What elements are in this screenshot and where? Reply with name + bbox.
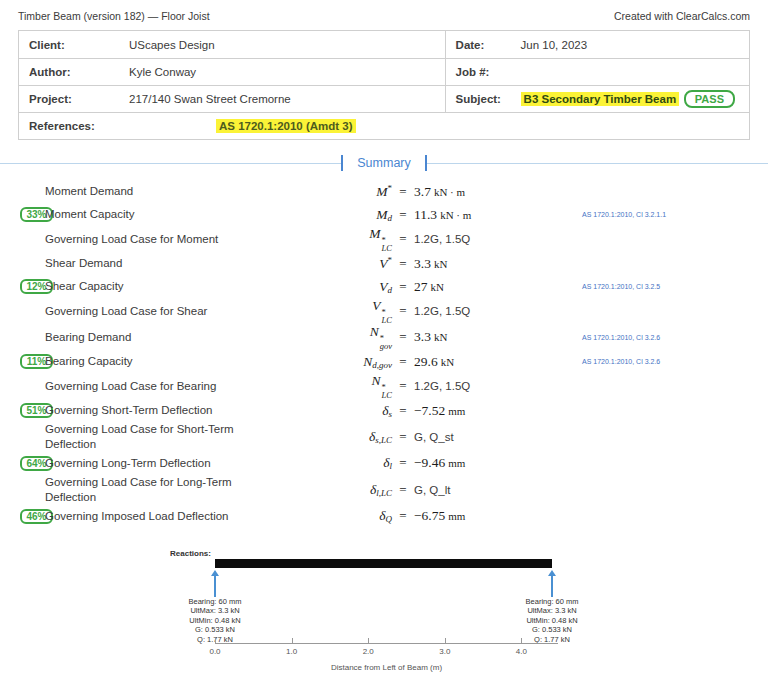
arrow-shaft (214, 574, 216, 597)
table-row: Client: UScapes Design Date: Jun 10, 202… (19, 31, 749, 58)
summary-row: Governing Load Case for Long-Term Deflec… (0, 475, 768, 505)
reaction-line: G: 0.533 kN (150, 625, 280, 634)
summary-row-label: Governing Short-Term Deflection (45, 403, 292, 418)
equals-sign: = (392, 207, 414, 223)
formula-symbol: Vd (292, 279, 392, 295)
summary-formula: M*LC=1.2G, 1.5Q (292, 226, 520, 252)
x-axis-line (215, 643, 558, 644)
code-reference: AS 1720.1:2010, Cl 3.2.1.1 (520, 211, 768, 218)
formula-value: 11.3 (414, 207, 437, 223)
symbol-subscript: s,LC (375, 435, 392, 445)
axis-tick (368, 638, 369, 643)
date-label: Date: (456, 39, 521, 51)
axis-tick-label: 0.0 (200, 647, 230, 656)
equals-sign: = (392, 184, 414, 200)
summary-row: Governing Load Case for ShearV*LC=1.2G, … (0, 298, 768, 324)
summary-formula: Md=11.3kN · m (292, 207, 520, 223)
symbol-sup-sub: *LC (382, 309, 392, 324)
reaction-line: UltMax: 3.3 kN (150, 606, 280, 615)
reaction-line: Bearing: 60 mm (150, 597, 280, 606)
divider-line (427, 163, 768, 164)
summary-row: Governing Load Case for MomentM*LC=1.2G,… (0, 226, 768, 252)
symbol-subscript: LC (382, 317, 392, 325)
summary-row-label: Shear Demand (45, 256, 292, 271)
formula-symbol: N*LC (292, 373, 392, 399)
summary-row: Shear DemandV*=3.3kN (0, 252, 768, 275)
summary-row-label: Bearing Capacity (45, 354, 292, 369)
formula-value: 29.6 (414, 354, 438, 370)
formula-value: 3.7 (414, 184, 431, 200)
formula-unit: kN (431, 281, 444, 293)
summary-row: Bearing DemandN*gov=3.3kNAS 1720.1:2010,… (0, 324, 768, 350)
symbol-sup-sub: *gov (380, 335, 392, 350)
reaction-line: G: 0.533 kN (487, 625, 617, 634)
utilization-badge-cell: 11% (0, 354, 45, 369)
equals-sign: = (392, 508, 414, 524)
code-reference: AS 1720.1:2010, Cl 3.2.6 (520, 358, 768, 365)
divider-line (0, 163, 341, 164)
utilization-badge-cell: 51% (0, 403, 45, 418)
summary-section-header: Summary (0, 154, 768, 172)
formula-symbol: V* (292, 255, 392, 272)
formula-value: 27 (414, 279, 428, 295)
report-page: Timber Beam (version 182) — Floor Joist … (0, 0, 768, 683)
symbol-subscript: l,LC (376, 488, 392, 498)
axis-tick-label: 3.0 (430, 647, 460, 656)
summary-formula: M*=3.7kN · m (292, 183, 520, 200)
axis-tick (521, 638, 522, 643)
equals-sign: = (392, 403, 414, 419)
client-value: UScapes Design (129, 39, 215, 51)
formula-symbol: Md (292, 207, 392, 223)
references-value: AS 1720.1:2010 (Amdt 3) (216, 119, 356, 133)
equals-sign: = (392, 279, 414, 295)
summary-row-label: Moment Demand (45, 184, 292, 199)
table-row: Author: Kyle Conway Job #: (19, 58, 749, 85)
formula-value: 1.2G, 1.5Q (414, 380, 470, 392)
arrow-shaft (551, 574, 553, 597)
utilization-badge-cell: 64% (0, 456, 45, 471)
beam-bar (215, 559, 552, 568)
formula-value: 3.3 (414, 256, 431, 272)
code-reference: AS 1720.1:2010, Cl 3.2.5 (520, 283, 768, 290)
reaction-line: UltMin: 0.48 kN (150, 616, 280, 625)
formula-value: −6.75 (414, 508, 445, 524)
formula-value: G, Q_lt (414, 484, 450, 496)
formula-symbol: N*gov (292, 324, 392, 350)
reaction-line: Bearing: 60 mm (487, 597, 617, 606)
formula-symbol: δs (292, 403, 392, 419)
axis-tick (445, 638, 446, 643)
summary-formula: δl,LC=G, Q_lt (292, 482, 520, 498)
utilization-badge-cell: 33% (0, 207, 45, 222)
formula-value: G, Q_st (414, 431, 454, 443)
date-value: Jun 10, 2023 (521, 39, 588, 51)
summary-formula: δl=−9.46mm (292, 455, 520, 471)
symbol-subscript: LC (382, 392, 392, 400)
table-row: Project: 217/140 Swan Street Cremorne Su… (19, 85, 749, 112)
formula-symbol: M*LC (292, 226, 392, 252)
summary-row: Moment DemandM*=3.7kN · m (0, 180, 768, 203)
formula-symbol: V*LC (292, 298, 392, 324)
summary-row-label: Governing Load Case for Shear (45, 304, 292, 319)
equals-sign: = (392, 256, 414, 272)
formula-unit: kN (434, 258, 447, 270)
equals-sign: = (392, 482, 414, 498)
summary-formula: δQ=−6.75mm (292, 508, 520, 524)
support-reaction-label: Bearing: 60 mmUltMax: 3.3 kNUltMin: 0.48… (150, 597, 280, 644)
support-reaction-label: Bearing: 60 mmUltMax: 3.3 kNUltMin: 0.48… (487, 597, 617, 644)
code-reference: AS 1720.1:2010, Cl 3.2.6 (520, 334, 768, 341)
symbol-subscript: d,gov (372, 360, 392, 370)
equals-sign: = (392, 231, 414, 247)
summary-row: 11%Bearing CapacityNd,gov=29.6kNAS 1720.… (0, 350, 768, 373)
pass-status-badge: PASS (684, 90, 735, 108)
summary-row: 64%Governing Long-Term Deflectionδl=−9.4… (0, 452, 768, 475)
reaction-line: UltMin: 0.48 kN (487, 616, 617, 625)
summary-formula: δs,LC=G, Q_st (292, 429, 520, 445)
summary-row-label: Governing Long-Term Deflection (45, 456, 292, 471)
summary-row-label: Governing Load Case for Long-Term Deflec… (45, 475, 292, 505)
formula-symbol: Nd,gov (292, 354, 392, 370)
summary-row: Governing Load Case for Short-Term Defle… (0, 422, 768, 452)
formula-symbol: δs,LC (292, 429, 392, 445)
reactions-title: Reactions: (170, 549, 211, 558)
summary-formula: V*LC=1.2G, 1.5Q (292, 298, 520, 324)
formula-unit: kN (441, 356, 454, 368)
